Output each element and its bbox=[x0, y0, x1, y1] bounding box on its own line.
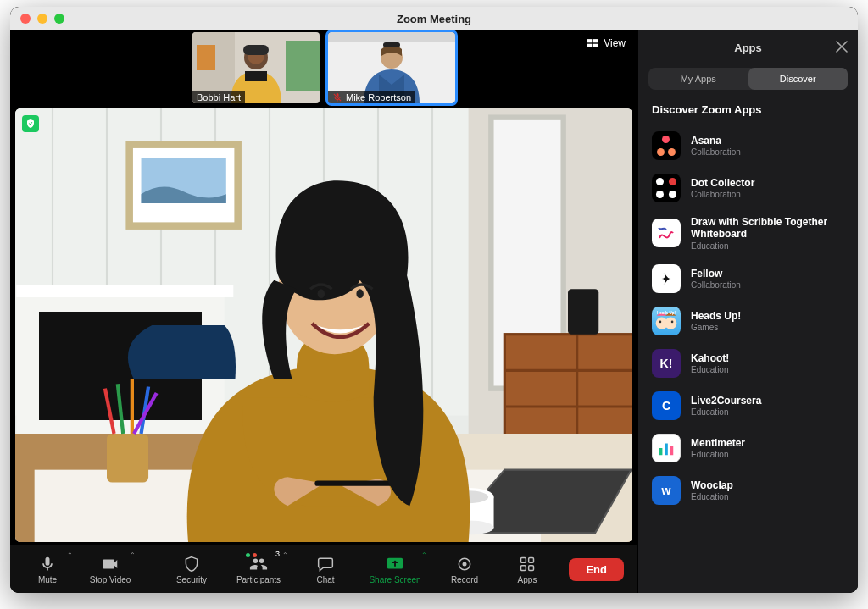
participant-name: Bobbi Hart bbox=[197, 92, 241, 102]
app-text: Draw with Scribble Together WhiteboardEd… bbox=[691, 216, 844, 251]
host-badge bbox=[22, 115, 39, 132]
active-speaker-video[interactable] bbox=[15, 108, 632, 542]
app-name: Mentimeter bbox=[691, 437, 745, 449]
app-name: Fellow bbox=[691, 268, 741, 280]
app-text: Kahoot!Education bbox=[691, 352, 729, 374]
app-text: WooclapEducation bbox=[691, 479, 733, 501]
app-category: Education bbox=[691, 407, 761, 417]
svg-point-57 bbox=[356, 289, 364, 298]
app-name: Draw with Scribble Together Whiteboard bbox=[691, 216, 844, 241]
participants-button[interactable]: ⌃ 3 Participants bbox=[224, 548, 293, 590]
svg-rect-63 bbox=[521, 565, 526, 570]
record-label: Record bbox=[451, 575, 478, 584]
participant-name: Mike Robertson bbox=[346, 92, 411, 102]
svg-point-66 bbox=[665, 317, 676, 329]
chat-label: Chat bbox=[316, 575, 334, 584]
svg-rect-15 bbox=[593, 44, 598, 47]
app-category: Collaboration bbox=[691, 280, 741, 290]
tab-my-apps[interactable]: My Apps bbox=[648, 68, 748, 90]
app-row[interactable]: Dot CollectorCollaboration bbox=[638, 167, 858, 209]
security-label: Security bbox=[176, 575, 207, 584]
grid-icon bbox=[587, 39, 598, 47]
participants-label: Participants bbox=[236, 575, 281, 584]
svg-rect-72 bbox=[670, 446, 674, 455]
svg-rect-64 bbox=[529, 565, 534, 570]
app-category: Education bbox=[691, 365, 729, 374]
participant-thumbnail[interactable]: Mike Robertson bbox=[328, 32, 455, 103]
titlebar: Zoom Meeting bbox=[10, 7, 858, 30]
close-icon[interactable] bbox=[836, 41, 848, 53]
app-text: AsanaCollaboration bbox=[691, 135, 741, 157]
app-name: Live2Coursera bbox=[691, 395, 761, 407]
caret-up-icon[interactable]: ⌃ bbox=[421, 551, 427, 559]
app-text: FellowCollaboration bbox=[691, 268, 741, 290]
svg-rect-37 bbox=[16, 285, 233, 297]
svg-rect-11 bbox=[383, 42, 400, 47]
apps-list: AsanaCollaborationDot CollectorCollabora… bbox=[638, 125, 858, 593]
video-icon bbox=[101, 555, 120, 573]
record-icon bbox=[456, 556, 473, 573]
mute-button[interactable]: ⌃ Mute bbox=[17, 548, 78, 590]
participant-thumbnail[interactable]: Bobbi Hart bbox=[192, 32, 320, 103]
end-meeting-button[interactable]: End bbox=[569, 558, 624, 581]
caret-up-icon[interactable]: ⌃ bbox=[282, 551, 288, 559]
svg-rect-12 bbox=[587, 39, 592, 42]
apps-label: Apps bbox=[518, 575, 537, 584]
share-screen-label: Share Screen bbox=[369, 575, 420, 584]
close-window-button[interactable] bbox=[20, 14, 31, 24]
share-screen-icon bbox=[386, 555, 404, 573]
fullscreen-window-button[interactable] bbox=[54, 14, 64, 24]
svg-rect-42 bbox=[107, 434, 148, 483]
app-icon bbox=[652, 131, 681, 160]
svg-rect-14 bbox=[587, 44, 592, 47]
app-row[interactable]: K!Kahoot!Education bbox=[638, 342, 858, 385]
app-category: Collaboration bbox=[691, 147, 741, 157]
caret-up-icon[interactable]: ⌃ bbox=[67, 551, 73, 559]
security-button[interactable]: Security bbox=[161, 548, 222, 590]
app-row[interactable]: FellowCollaboration bbox=[638, 257, 858, 300]
app-row[interactable]: Heads Up!Heads Up!Games bbox=[638, 300, 858, 342]
app-text: Dot CollectorCollaboration bbox=[691, 177, 754, 199]
apps-icon bbox=[519, 556, 536, 573]
app-icon bbox=[652, 219, 681, 247]
svg-rect-61 bbox=[521, 557, 526, 562]
app-name: Asana bbox=[691, 135, 741, 147]
app-icon: w bbox=[652, 476, 681, 505]
app-row[interactable]: AsanaCollaboration bbox=[638, 125, 858, 167]
app-row[interactable]: MentimeterEducation bbox=[638, 427, 858, 469]
participants-icon bbox=[249, 555, 268, 573]
tab-discover[interactable]: Discover bbox=[748, 68, 849, 90]
caret-up-icon[interactable]: ⌃ bbox=[130, 551, 136, 559]
apps-tab-switcher: My Apps Discover bbox=[648, 68, 848, 90]
svg-rect-3 bbox=[197, 45, 215, 70]
app-category: Education bbox=[691, 241, 844, 251]
svg-point-68 bbox=[671, 320, 674, 323]
app-category: Education bbox=[691, 450, 745, 459]
app-name: Kahoot! bbox=[691, 352, 729, 364]
app-text: Live2CourseraEducation bbox=[691, 395, 761, 417]
app-row[interactable]: CLive2CourseraEducation bbox=[638, 385, 858, 427]
share-screen-button[interactable]: ⌃ Share Screen bbox=[358, 548, 432, 590]
app-icon: C bbox=[652, 391, 681, 420]
app-name: Dot Collector bbox=[691, 177, 754, 189]
app-icon bbox=[652, 174, 681, 202]
shield-icon bbox=[183, 556, 200, 573]
chat-button[interactable]: Chat bbox=[295, 548, 356, 590]
apps-button[interactable]: Apps bbox=[497, 548, 558, 590]
app-row[interactable]: wWooclapEducation bbox=[638, 469, 858, 512]
view-button[interactable]: View bbox=[587, 37, 626, 49]
app-row[interactable]: Draw with Scribble Together WhiteboardEd… bbox=[638, 209, 858, 257]
speaker-scene bbox=[15, 108, 632, 542]
chat-icon bbox=[317, 556, 334, 573]
minimize-window-button[interactable] bbox=[37, 14, 47, 24]
record-button[interactable]: Record bbox=[434, 548, 495, 590]
svg-rect-28 bbox=[504, 335, 632, 443]
window-title: Zoom Meeting bbox=[10, 13, 858, 25]
svg-rect-13 bbox=[593, 39, 598, 42]
svg-rect-9 bbox=[328, 32, 455, 42]
apps-panel-title: Apps bbox=[734, 42, 762, 54]
microphone-icon bbox=[39, 556, 56, 573]
app-icon bbox=[652, 264, 681, 293]
stop-video-button[interactable]: ⌃ Stop Video bbox=[80, 548, 141, 590]
app-icon bbox=[652, 434, 681, 462]
